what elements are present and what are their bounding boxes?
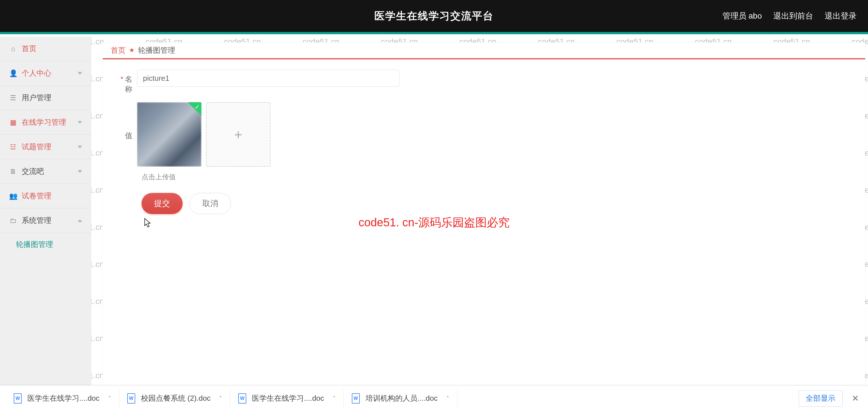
form-label-name: *名称: [114, 70, 137, 94]
sidebar-item-label: 试题管理: [22, 142, 51, 152]
word-file-icon: [127, 393, 135, 404]
clip-icon: 🗎: [9, 168, 17, 176]
sidebar-item-learning[interactable]: ▦ 在线学习管理: [0, 110, 91, 135]
chevron-up-icon: ˄: [219, 395, 222, 402]
download-bar: 医学生在线学习....doc ˄ 校园点餐系统 (2).doc ˄ 医学生在线学…: [0, 385, 868, 411]
chevron-up-icon: ˄: [446, 395, 449, 402]
upload-hint: 点击上传值: [142, 172, 854, 181]
sidebar-item-forum[interactable]: 🗎 交流吧: [0, 159, 91, 184]
upload-add-box[interactable]: +: [206, 102, 271, 167]
cancel-button[interactable]: 取消: [189, 193, 231, 214]
sidebar-subitem-carousel[interactable]: 轮播图管理: [0, 233, 91, 256]
sidebar-item-label: 个人中心: [22, 68, 51, 78]
sidebar: ⌂ 首页 👤 个人中心 ☰ 用户管理 ▦ 在线学习管理 ☳ 试题管理 🗎 交流吧: [0, 36, 91, 385]
sidebar-item-profile[interactable]: 👤 个人中心: [0, 61, 91, 86]
chevron-down-icon: [78, 170, 82, 173]
form-label-value: 值: [114, 102, 137, 141]
topbar: 医学生在线学习交流平台 管理员 abo 退出到前台 退出登录: [0, 0, 868, 34]
sidebar-item-label: 交流吧: [22, 167, 44, 176]
sidebar-item-label: 在线学习管理: [22, 117, 66, 127]
chevron-down-icon: [78, 72, 82, 75]
back-to-front-link[interactable]: 退出到前台: [773, 10, 813, 21]
main-watermark: code51. cn-源码乐园盗图必究: [359, 215, 509, 230]
person-icon: 👥: [9, 192, 17, 200]
check-icon: ✓: [195, 103, 200, 111]
sidebar-subitem-label: 轮播图管理: [16, 239, 53, 249]
download-label: 医学生在线学习....doc: [252, 393, 324, 403]
download-label: 校园点餐系统 (2).doc: [141, 393, 211, 403]
sidebar-item-papers[interactable]: 👥 试卷管理: [0, 184, 91, 208]
download-item[interactable]: 校园点餐系统 (2).doc ˄: [119, 390, 230, 407]
content-panel: 首页 ★ 轮播图管理 *名称 值: [103, 42, 865, 385]
close-icon[interactable]: ✕: [849, 393, 861, 403]
download-item[interactable]: 医学生在线学习....doc ˄: [6, 390, 119, 407]
button-row: 提交 取消: [142, 193, 854, 214]
word-file-icon: [238, 393, 246, 404]
sidebar-item-label: 系统管理: [22, 215, 51, 226]
user-icon: 👤: [9, 69, 17, 77]
download-item[interactable]: 培训机构的人员....doc ˄: [344, 390, 457, 407]
uploaded-thumbnail[interactable]: ✓: [137, 102, 202, 167]
name-input[interactable]: [137, 70, 400, 87]
download-label: 培训机构的人员....doc: [366, 393, 438, 403]
logout-link[interactable]: 退出登录: [825, 10, 857, 21]
admin-label[interactable]: 管理员 abo: [722, 10, 762, 21]
grid-icon: ▦: [9, 118, 17, 126]
breadcrumb-separator-icon: ★: [129, 47, 135, 54]
chevron-up-icon: ˄: [333, 395, 336, 402]
sidebar-item-label: 试卷管理: [22, 191, 51, 201]
form: *名称 值 ✓ +: [103, 59, 865, 224]
app-title: 医学生在线学习交流平台: [374, 9, 494, 23]
chevron-down-icon: [78, 121, 82, 124]
word-file-icon: [352, 393, 360, 404]
show-all-button[interactable]: 全部显示: [799, 390, 843, 407]
word-file-icon: [14, 393, 22, 404]
form-row-name: *名称: [114, 70, 854, 94]
home-icon: ⌂: [9, 45, 17, 53]
breadcrumb: 首页 ★ 轮播图管理: [103, 42, 865, 59]
sidebar-item-home[interactable]: ⌂ 首页: [0, 36, 91, 61]
form-row-value: 值 ✓ +: [114, 102, 854, 167]
sidebar-item-questions[interactable]: ☳ 试题管理: [0, 135, 91, 159]
chevron-up-icon: [78, 219, 82, 222]
sidebar-item-label: 首页: [22, 44, 36, 54]
lines-icon: ☳: [9, 143, 17, 151]
breadcrumb-current: 轮播图管理: [138, 46, 175, 55]
list-icon: ☰: [9, 94, 17, 102]
sidebar-item-label: 用户管理: [22, 93, 51, 103]
submit-button[interactable]: 提交: [142, 193, 183, 214]
chevron-up-icon: ˄: [108, 395, 111, 402]
sidebar-item-users[interactable]: ☰ 用户管理: [0, 86, 91, 110]
download-label: 医学生在线学习....doc: [27, 393, 100, 403]
required-mark: *: [120, 75, 123, 83]
plus-icon: +: [234, 127, 242, 142]
sidebar-item-system[interactable]: 🗀 系统管理: [0, 208, 91, 233]
topbar-right: 管理员 abo 退出到前台 退出登录: [722, 0, 857, 32]
chevron-down-icon: [78, 146, 82, 148]
download-item[interactable]: 医学生在线学习....doc ˄: [230, 390, 344, 407]
folder-icon: 🗀: [9, 217, 17, 225]
breadcrumb-home[interactable]: 首页: [111, 46, 126, 55]
